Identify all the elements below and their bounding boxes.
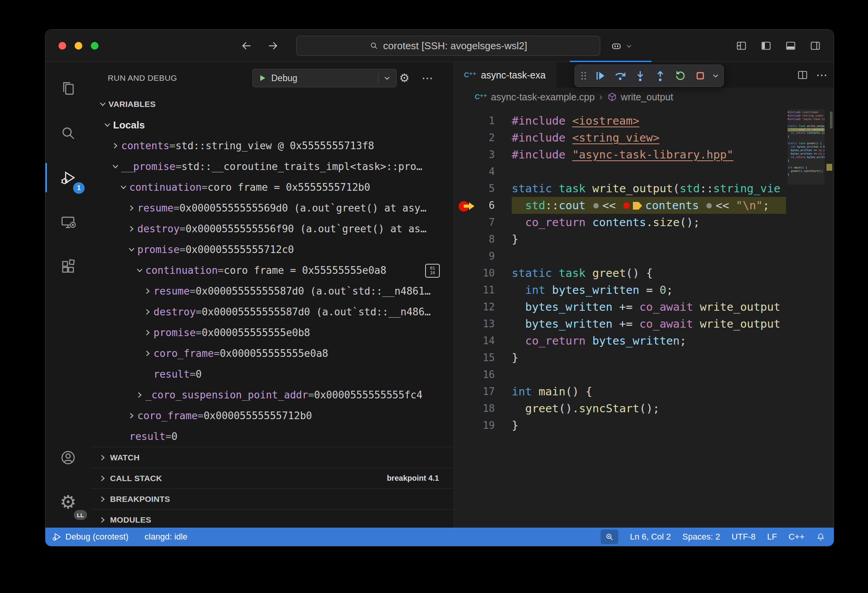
back-button[interactable] — [238, 37, 255, 55]
variable-row[interactable]: promise = 0x00005555555712c0 — [91, 239, 454, 260]
code-line[interactable]: } — [512, 231, 786, 248]
scope-row-locals[interactable]: Locals — [91, 115, 454, 135]
code-line[interactable] — [512, 366, 786, 383]
code-line[interactable]: #include "async-task-library.hpp" — [512, 146, 786, 163]
variable-row[interactable]: continuation = coro frame = 0x55555555e0… — [91, 260, 454, 281]
debug-config-dropdown[interactable]: Debug — [252, 69, 397, 87]
code-line[interactable]: #include <iostream> — [512, 112, 786, 129]
chevron-right-icon[interactable] — [126, 223, 137, 235]
chevron-right-icon[interactable] — [142, 285, 154, 297]
minimize-window-button[interactable] — [75, 42, 82, 50]
start-debug-icon[interactable] — [258, 74, 267, 82]
code-line[interactable]: int bytes_written = 0; — [512, 282, 786, 298]
chevron-right-icon[interactable] — [97, 514, 108, 526]
code-line[interactable] — [512, 163, 786, 180]
editor-more-actions-button[interactable]: ⋯ — [816, 69, 828, 81]
debug-session-chevron[interactable] — [712, 72, 719, 80]
code-line[interactable]: co_return bytes_written; — [512, 332, 786, 349]
fullscreen-window-button[interactable] — [91, 42, 98, 50]
breadcrumb-symbol[interactable]: write_output — [607, 92, 673, 103]
line-number[interactable]: 16 — [454, 366, 512, 383]
inline-breakpoint-candidate-icon[interactable] — [706, 203, 712, 208]
debug-settings-button[interactable]: ⚙ — [396, 69, 413, 87]
section-watch[interactable]: WATCH — [91, 447, 454, 468]
variable-row[interactable]: resume = 0x00005555555569d0 (a.out`greet… — [91, 198, 454, 218]
variable-row[interactable]: resume = 0x00005555555587d0 (a.out`std::… — [91, 281, 454, 301]
breadcrumb-file[interactable]: C⁺⁺ async-task-example.cpp — [475, 92, 595, 103]
eol-item[interactable]: LF — [767, 532, 777, 542]
activity-search[interactable] — [45, 111, 91, 155]
line-number[interactable]: 9 — [454, 248, 512, 265]
cursor-position-item[interactable]: Ln 6, Col 2 — [630, 532, 671, 542]
tab-async-task-example[interactable]: C⁺⁺ async-task-exa — [454, 62, 556, 88]
line-number[interactable]: 17 — [454, 383, 512, 400]
line-number[interactable]: 1 — [454, 112, 512, 129]
toolbar-drag-handle[interactable] — [579, 67, 589, 85]
continue-button[interactable] — [592, 67, 609, 85]
indentation-item[interactable]: Spaces: 2 — [683, 532, 720, 542]
accounts-button[interactable] — [45, 435, 91, 480]
encoding-item[interactable]: UTF-8 — [731, 532, 755, 542]
clangd-status-item[interactable]: clangd: idle — [145, 532, 187, 542]
settings-button[interactable]: ⚙ LL — [45, 480, 91, 525]
current-line-indicator[interactable] — [458, 198, 481, 215]
line-number[interactable]: 5 — [454, 180, 512, 197]
line-number[interactable]: 3 — [454, 146, 512, 163]
code-line[interactable]: std::cout << contents << "\n"; — [512, 197, 786, 214]
code-line[interactable]: co_return contents.size(); — [512, 214, 786, 231]
code-line[interactable]: bytes_written += co_await write_output — [512, 298, 786, 315]
chevron-right-icon[interactable] — [142, 348, 154, 359]
line-number[interactable]: 11 — [454, 282, 512, 298]
activity-run-and-debug[interactable]: 1 — [45, 155, 91, 200]
chevron-right-icon[interactable] — [126, 410, 137, 421]
code-line[interactable]: int main() { — [512, 383, 786, 400]
chevron-right-icon[interactable] — [142, 327, 154, 338]
chevron-right-icon[interactable] — [97, 473, 108, 484]
line-number[interactable]: 19 — [454, 417, 512, 434]
code-line[interactable]: } — [512, 417, 786, 434]
variable-row[interactable]: coro_frame = 0x00005555555712b0 — [91, 405, 454, 426]
overview-ruler[interactable] — [825, 106, 834, 528]
variable-row[interactable]: _coro_suspension_point_addr = 0x00005555… — [91, 385, 454, 405]
code-line[interactable]: #include <string_view> — [512, 129, 786, 146]
step-into-button[interactable] — [632, 67, 649, 85]
line-number[interactable]: 4 — [454, 163, 512, 180]
inline-breakpoint-icon[interactable] — [623, 202, 630, 209]
chevron-down-icon[interactable] — [126, 244, 137, 255]
execution-pointer-icon[interactable] — [633, 202, 642, 210]
line-number[interactable]: 14 — [454, 332, 512, 349]
chevron-down-icon[interactable] — [102, 119, 113, 131]
variable-row[interactable]: promise = 0x000055555555e0b8 — [91, 322, 454, 343]
views-more-actions-button[interactable]: ⋯ — [419, 69, 436, 87]
variable-row[interactable]: destroy = 0x00005555555587d0 (a.out`std:… — [91, 301, 454, 322]
close-window-button[interactable] — [58, 42, 66, 50]
activity-remote-explorer[interactable] — [45, 200, 91, 245]
split-editor-button[interactable] — [797, 69, 808, 81]
copilot-button[interactable] — [610, 37, 633, 56]
activity-extensions[interactable] — [45, 245, 91, 289]
variable-row[interactable]: coro_frame = 0x000055555555e0a8 — [91, 343, 454, 364]
restart-button[interactable] — [672, 67, 689, 85]
variable-row[interactable]: contents = std::string_view @ 0x55555557… — [91, 135, 454, 156]
step-out-button[interactable] — [652, 67, 669, 85]
variable-row[interactable]: result = 0 — [91, 426, 454, 447]
chevron-down-icon[interactable] — [383, 74, 391, 82]
step-over-button[interactable] — [612, 67, 629, 85]
line-number[interactable]: 18 — [454, 400, 512, 417]
section-breakpoints[interactable]: BREAKPOINTS — [91, 488, 454, 509]
command-center-search[interactable]: corotest [SSH: avogelsges-wsl2] — [296, 36, 600, 56]
inline-breakpoint-candidate-icon[interactable] — [593, 203, 599, 208]
activity-explorer[interactable] — [45, 66, 91, 111]
section-modules[interactable]: MODULES — [91, 509, 454, 528]
line-number[interactable]: 7 — [454, 214, 512, 231]
minimap[interactable]: #include <iostream>#include <string_view… — [788, 111, 825, 177]
chevron-right-icon[interactable] — [97, 452, 108, 463]
notifications-button[interactable] — [816, 532, 825, 541]
toggle-primary-sidebar-button[interactable] — [758, 37, 775, 55]
variable-row[interactable]: continuation = coro frame = 0x5555555712… — [91, 177, 454, 198]
chevron-right-icon[interactable] — [142, 306, 154, 318]
language-mode-item[interactable]: C++ — [788, 532, 805, 542]
forward-button[interactable] — [264, 37, 282, 55]
chevron-down-icon[interactable] — [134, 265, 145, 276]
debug-status-item[interactable]: Debug (corotest) — [52, 532, 129, 542]
